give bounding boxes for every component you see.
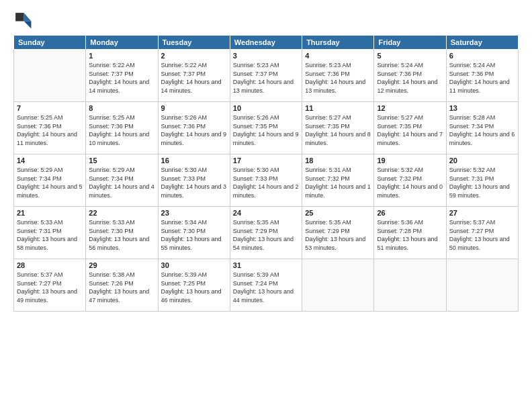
- day-number: 15: [89, 156, 154, 165]
- calendar-cell: 22Sunrise: 5:33 AM Sunset: 7:30 PM Dayli…: [86, 207, 158, 259]
- day-number: 20: [449, 156, 515, 165]
- day-number: 12: [377, 104, 443, 112]
- day-info: Sunrise: 5:22 AM Sunset: 7:37 PM Dayligh…: [89, 61, 154, 95]
- day-info: Sunrise: 5:32 AM Sunset: 7:32 PM Dayligh…: [377, 166, 443, 199]
- calendar-cell: 1Sunrise: 5:22 AM Sunset: 7:37 PM Daylig…: [86, 50, 158, 102]
- day-number: 31: [233, 261, 299, 269]
- calendar-cell: 23Sunrise: 5:34 AM Sunset: 7:30 PM Dayli…: [158, 207, 230, 259]
- day-number: 2: [161, 52, 227, 60]
- day-number: 8: [89, 104, 154, 112]
- day-info: Sunrise: 5:24 AM Sunset: 7:36 PM Dayligh…: [449, 61, 515, 95]
- day-number: 9: [161, 104, 227, 112]
- logo: [13, 11, 34, 30]
- day-info: Sunrise: 5:36 AM Sunset: 7:28 PM Dayligh…: [377, 218, 443, 252]
- day-number: 6: [449, 52, 515, 60]
- calendar-cell: 26Sunrise: 5:36 AM Sunset: 7:28 PM Dayli…: [374, 207, 446, 259]
- calendar-table: SundayMondayTuesdayWednesdayThursdayFrid…: [13, 35, 519, 312]
- calendar-cell: 13Sunrise: 5:28 AM Sunset: 7:34 PM Dayli…: [446, 102, 518, 154]
- day-info: Sunrise: 5:24 AM Sunset: 7:36 PM Dayligh…: [377, 61, 443, 95]
- calendar-header-tuesday: Tuesday: [158, 36, 230, 50]
- day-number: 18: [305, 156, 371, 165]
- day-info: Sunrise: 5:26 AM Sunset: 7:36 PM Dayligh…: [161, 113, 227, 147]
- day-number: 29: [89, 261, 154, 269]
- day-number: 25: [305, 209, 371, 217]
- day-info: Sunrise: 5:35 AM Sunset: 7:29 PM Dayligh…: [305, 218, 371, 252]
- day-number: 22: [89, 209, 154, 217]
- calendar-cell: 16Sunrise: 5:30 AM Sunset: 7:33 PM Dayli…: [158, 154, 230, 207]
- calendar-cell: 29Sunrise: 5:38 AM Sunset: 7:26 PM Dayli…: [86, 259, 158, 312]
- calendar-cell: 30Sunrise: 5:39 AM Sunset: 7:25 PM Dayli…: [158, 259, 230, 312]
- day-number: 24: [233, 209, 299, 217]
- calendar-cell: [446, 259, 518, 312]
- day-number: 27: [449, 209, 515, 217]
- calendar-cell: 17Sunrise: 5:30 AM Sunset: 7:33 PM Dayli…: [230, 154, 302, 207]
- calendar-week-row: 1Sunrise: 5:22 AM Sunset: 7:37 PM Daylig…: [14, 50, 519, 102]
- calendar-cell: 12Sunrise: 5:27 AM Sunset: 7:35 PM Dayli…: [374, 102, 446, 154]
- day-info: Sunrise: 5:31 AM Sunset: 7:32 PM Dayligh…: [305, 166, 371, 199]
- calendar-cell: 27Sunrise: 5:37 AM Sunset: 7:27 PM Dayli…: [446, 207, 518, 259]
- day-info: Sunrise: 5:28 AM Sunset: 7:34 PM Dayligh…: [449, 113, 515, 147]
- calendar-cell: 10Sunrise: 5:26 AM Sunset: 7:35 PM Dayli…: [230, 102, 302, 154]
- day-info: Sunrise: 5:39 AM Sunset: 7:25 PM Dayligh…: [161, 271, 227, 304]
- day-info: Sunrise: 5:29 AM Sunset: 7:34 PM Dayligh…: [17, 166, 83, 199]
- day-number: 3: [233, 52, 299, 60]
- day-info: Sunrise: 5:27 AM Sunset: 7:35 PM Dayligh…: [305, 113, 371, 147]
- calendar-cell: 28Sunrise: 5:37 AM Sunset: 7:27 PM Dayli…: [14, 259, 86, 312]
- calendar-cell: [14, 50, 86, 102]
- day-number: 30: [161, 261, 227, 269]
- day-info: Sunrise: 5:30 AM Sunset: 7:33 PM Dayligh…: [161, 166, 227, 199]
- day-number: 26: [377, 209, 443, 217]
- day-number: 5: [377, 52, 443, 60]
- day-info: Sunrise: 5:25 AM Sunset: 7:36 PM Dayligh…: [89, 113, 154, 147]
- calendar-week-row: 21Sunrise: 5:33 AM Sunset: 7:31 PM Dayli…: [14, 207, 519, 259]
- day-info: Sunrise: 5:33 AM Sunset: 7:30 PM Dayligh…: [89, 218, 154, 252]
- day-number: 13: [449, 104, 515, 112]
- day-number: 23: [161, 209, 227, 217]
- page: SundayMondayTuesdayWednesdayThursdayFrid…: [0, 0, 532, 318]
- day-number: 14: [17, 156, 83, 165]
- calendar-cell: 25Sunrise: 5:35 AM Sunset: 7:29 PM Dayli…: [302, 207, 374, 259]
- day-info: Sunrise: 5:25 AM Sunset: 7:36 PM Dayligh…: [17, 113, 83, 147]
- calendar-cell: 14Sunrise: 5:29 AM Sunset: 7:34 PM Dayli…: [14, 154, 86, 207]
- calendar-cell: 15Sunrise: 5:29 AM Sunset: 7:34 PM Dayli…: [86, 154, 158, 207]
- calendar-header-thursday: Thursday: [302, 36, 374, 50]
- day-info: Sunrise: 5:27 AM Sunset: 7:35 PM Dayligh…: [377, 113, 443, 147]
- calendar-cell: 31Sunrise: 5:39 AM Sunset: 7:24 PM Dayli…: [230, 259, 302, 312]
- day-info: Sunrise: 5:22 AM Sunset: 7:37 PM Dayligh…: [161, 61, 227, 95]
- day-number: 7: [17, 104, 83, 112]
- day-number: 1: [89, 52, 154, 60]
- day-info: Sunrise: 5:33 AM Sunset: 7:31 PM Dayligh…: [17, 218, 83, 252]
- calendar-cell: 18Sunrise: 5:31 AM Sunset: 7:32 PM Dayli…: [302, 154, 374, 207]
- day-info: Sunrise: 5:39 AM Sunset: 7:24 PM Dayligh…: [233, 271, 299, 304]
- calendar-cell: 9Sunrise: 5:26 AM Sunset: 7:36 PM Daylig…: [158, 102, 230, 154]
- day-info: Sunrise: 5:35 AM Sunset: 7:29 PM Dayligh…: [233, 218, 299, 252]
- logo-icon: [13, 11, 32, 30]
- calendar-cell: 8Sunrise: 5:25 AM Sunset: 7:36 PM Daylig…: [86, 102, 158, 154]
- calendar-week-row: 28Sunrise: 5:37 AM Sunset: 7:27 PM Dayli…: [14, 259, 519, 312]
- day-number: 11: [305, 104, 371, 112]
- day-number: 21: [17, 209, 83, 217]
- logo-text: [13, 11, 34, 30]
- day-info: Sunrise: 5:23 AM Sunset: 7:36 PM Dayligh…: [305, 61, 371, 95]
- calendar-cell: 11Sunrise: 5:27 AM Sunset: 7:35 PM Dayli…: [302, 102, 374, 154]
- svg-rect-2: [15, 13, 24, 21]
- calendar-cell: 19Sunrise: 5:32 AM Sunset: 7:32 PM Dayli…: [374, 154, 446, 207]
- day-number: 16: [161, 156, 227, 165]
- calendar-cell: 24Sunrise: 5:35 AM Sunset: 7:29 PM Dayli…: [230, 207, 302, 259]
- day-info: Sunrise: 5:26 AM Sunset: 7:35 PM Dayligh…: [233, 113, 299, 147]
- day-number: 17: [233, 156, 299, 165]
- calendar-cell: 21Sunrise: 5:33 AM Sunset: 7:31 PM Dayli…: [14, 207, 86, 259]
- svg-marker-0: [24, 13, 32, 21]
- calendar-header-wednesday: Wednesday: [230, 36, 302, 50]
- calendar-cell: 7Sunrise: 5:25 AM Sunset: 7:36 PM Daylig…: [14, 102, 86, 154]
- calendar-cell: 2Sunrise: 5:22 AM Sunset: 7:37 PM Daylig…: [158, 50, 230, 102]
- day-info: Sunrise: 5:23 AM Sunset: 7:37 PM Dayligh…: [233, 61, 299, 95]
- day-number: 10: [233, 104, 299, 112]
- day-info: Sunrise: 5:30 AM Sunset: 7:33 PM Dayligh…: [233, 166, 299, 199]
- calendar-header-friday: Friday: [374, 36, 446, 50]
- calendar-cell: 20Sunrise: 5:32 AM Sunset: 7:31 PM Dayli…: [446, 154, 518, 207]
- day-info: Sunrise: 5:38 AM Sunset: 7:26 PM Dayligh…: [89, 271, 154, 304]
- calendar-cell: 3Sunrise: 5:23 AM Sunset: 7:37 PM Daylig…: [230, 50, 302, 102]
- calendar-week-row: 7Sunrise: 5:25 AM Sunset: 7:36 PM Daylig…: [14, 102, 519, 154]
- calendar-cell: [374, 259, 446, 312]
